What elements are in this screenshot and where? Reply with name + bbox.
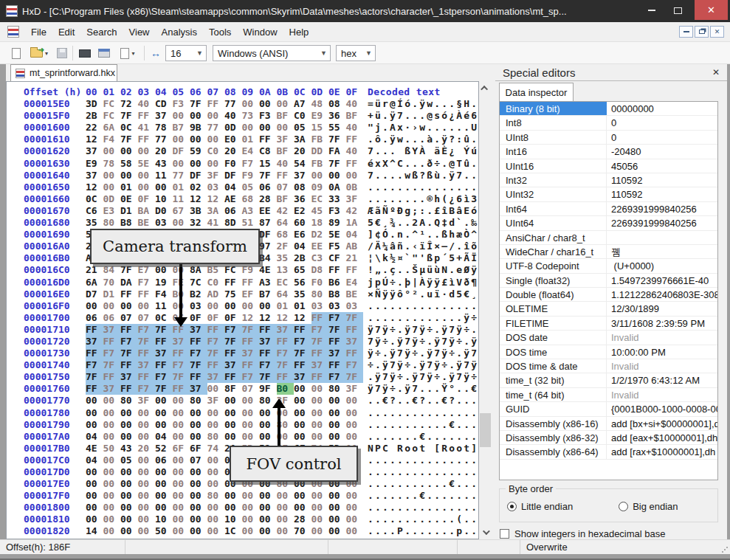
hex-byte[interactable]: 15 (311, 122, 329, 134)
hex-byte[interactable]: 37 (120, 371, 138, 383)
inspector-row[interactable]: Single (float32)1.5497239976661E-40 (500, 274, 717, 288)
hex-byte[interactable]: EF (242, 288, 260, 300)
hex-byte[interactable]: FF (207, 359, 225, 371)
hex-byte[interactable]: 37 (242, 348, 260, 359)
hex-byte[interactable]: 45 (311, 205, 329, 217)
hex-byte[interactable]: E3 (103, 205, 121, 217)
hex-byte[interactable]: 00 (207, 514, 225, 525)
inspector-row[interactable]: UInt642269391999840256 (500, 216, 717, 230)
hex-byte[interactable]: 00 (120, 407, 138, 419)
hex-byte[interactable]: 0F (224, 312, 242, 324)
bytes-per-row-select[interactable]: 16 ▼ (165, 45, 207, 61)
hex-byte[interactable]: 03 (311, 300, 329, 312)
hex-byte[interactable]: 00 (207, 300, 225, 312)
hex-byte[interactable]: 9B (190, 122, 207, 134)
hex-base-checkbox-label[interactable]: Show integers in hexadecimal base (514, 528, 666, 539)
hex-byte[interactable]: 37 (224, 359, 242, 371)
hex-byte[interactable]: 68 (242, 193, 260, 205)
hex-byte[interactable]: 00 (224, 419, 242, 431)
hex-byte[interactable]: 37 (190, 324, 207, 336)
hex-byte[interactable]: 15 (259, 158, 277, 170)
hex-byte[interactable]: 00 (173, 110, 190, 122)
hex-byte[interactable]: 3F (346, 193, 364, 205)
status-mode[interactable]: Overwrite (520, 540, 730, 555)
hex-byte[interactable]: 00 (242, 122, 260, 134)
hex-byte[interactable]: FA (328, 145, 346, 157)
hex-byte[interactable]: FB (311, 134, 329, 145)
hex-byte[interactable]: 20 (224, 145, 242, 157)
hex-byte[interactable]: 28 (294, 514, 311, 525)
hex-byte[interactable]: C0 (207, 277, 225, 288)
hex-byte[interactable]: FF (346, 134, 364, 145)
hex-byte[interactable]: 20 (155, 145, 173, 157)
hex-byte[interactable]: 64 (277, 217, 295, 229)
hex-byte[interactable]: 11 (173, 193, 190, 205)
hex-byte[interactable]: 00 (103, 182, 121, 193)
hex-byte[interactable]: 12 (277, 312, 295, 324)
hex-byte[interactable]: 35 (294, 288, 311, 300)
hex-byte[interactable]: 00 (190, 478, 207, 490)
hex-byte[interactable]: 7F (328, 134, 346, 145)
hex-byte[interactable]: 5E (138, 158, 156, 170)
menu-view[interactable]: View (123, 24, 156, 41)
inspector-value[interactable]: 12/30/1899 (607, 302, 717, 315)
hex-byte[interactable]: 00 (294, 502, 311, 514)
hex-byte[interactable]: B8 (120, 217, 138, 229)
hex-byte[interactable]: 7F (311, 336, 329, 348)
hex-byte[interactable]: 00 (173, 407, 190, 419)
hex-byte[interactable]: 00 (224, 490, 242, 502)
hex-byte[interactable]: DF (259, 229, 277, 241)
hex-byte[interactable]: 54 (294, 158, 311, 170)
hex-byte[interactable]: F7 (328, 371, 346, 383)
hex-byte[interactable]: E9 (311, 110, 329, 122)
hex-byte[interactable]: F5 (328, 241, 346, 252)
inspector-row[interactable]: DOS time10:00:00 PM (500, 345, 717, 359)
menu-help[interactable]: Help (283, 24, 315, 41)
hex-byte[interactable]: D1 (103, 288, 121, 300)
hex-byte[interactable]: F7 (138, 277, 156, 288)
export-dropdown-caret-icon[interactable]: ▾ (131, 50, 134, 57)
hex-byte[interactable]: C0 (207, 145, 225, 157)
hex-byte[interactable]: 01 (242, 134, 260, 145)
hex-byte[interactable]: 37 (207, 371, 225, 383)
hex-byte[interactable]: 80 (311, 288, 329, 300)
hex-byte[interactable]: 11 (155, 300, 173, 312)
hex-byte[interactable]: 00 (155, 395, 173, 407)
hex-byte[interactable]: F7 (346, 359, 364, 371)
hex-byte[interactable]: FF (207, 324, 225, 336)
hex-byte[interactable]: 55 (328, 122, 346, 134)
hex-byte[interactable]: F7 (190, 348, 207, 359)
hex-byte[interactable]: 00 (173, 419, 190, 431)
inspector-value[interactable]: 110592 (607, 173, 717, 187)
hex-byte[interactable]: FB (311, 158, 329, 170)
hex-byte[interactable]: F7 (294, 336, 311, 348)
hex-byte[interactable]: 00 (277, 98, 295, 110)
big-endian-label[interactable]: Big endian (633, 501, 678, 512)
hex-byte[interactable]: FF (328, 359, 346, 371)
hex-byte[interactable]: 12 (207, 193, 225, 205)
hex-byte[interactable]: 67 (173, 205, 190, 217)
hex-byte[interactable]: D8 (311, 264, 329, 276)
hex-byte[interactable]: 00 (311, 502, 329, 514)
hex-byte[interactable]: 7F (155, 383, 173, 395)
open-file-button[interactable]: ➜ ▾ (27, 44, 52, 62)
hex-byte[interactable]: F9 (242, 264, 260, 276)
hex-byte[interactable]: F7 (138, 383, 156, 395)
hex-byte[interactable]: 20 (294, 145, 311, 157)
hex-byte[interactable]: F7 (242, 158, 260, 170)
hex-byte[interactable]: 00 (190, 431, 207, 443)
hex-byte[interactable]: 7F (173, 371, 190, 383)
hex-byte[interactable]: 40 (277, 158, 295, 170)
hex-byte[interactable]: 00 (120, 490, 138, 502)
hex-byte[interactable]: 00 (277, 514, 295, 525)
inspector-value[interactable]: add [rax+$10000001],dh (607, 445, 717, 458)
hex-byte[interactable]: 00 (311, 395, 329, 407)
hex-byte[interactable]: D7 (86, 288, 103, 300)
hex-byte[interactable]: 00 (103, 502, 121, 514)
hex-byte[interactable]: 35 (86, 217, 103, 229)
hex-byte[interactable]: FF (242, 277, 260, 288)
hex-byte[interactable]: FF (103, 371, 121, 383)
hex-byte[interactable]: FF (138, 348, 156, 359)
tab-mt-sprintforward[interactable]: mt_sprintforward.hkx (10, 64, 117, 81)
hex-byte[interactable]: 00 (103, 525, 121, 537)
